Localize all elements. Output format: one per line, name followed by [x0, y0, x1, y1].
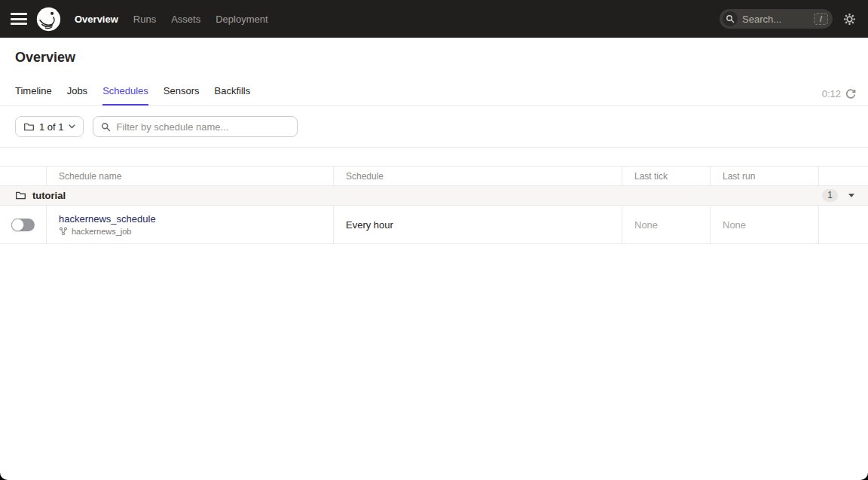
nav-item-deployment[interactable]: Deployment [215, 14, 267, 25]
tab-jobs[interactable]: Jobs [67, 81, 87, 105]
schedule-cron-value: Every hour [346, 219, 393, 231]
dagster-logo-icon[interactable] [36, 7, 61, 32]
tab-schedules[interactable]: Schedules [102, 81, 148, 105]
schedule-filter-input[interactable] [115, 121, 289, 133]
folder-icon [23, 121, 35, 133]
schedule-name-link[interactable]: hackernews_schedule [59, 213, 156, 225]
header-actions-column [819, 167, 868, 185]
menu-icon[interactable] [11, 13, 27, 25]
top-nav: Overview Runs Assets Deployment / [0, 0, 868, 38]
filter-toolbar: 1 of 1 [0, 106, 868, 148]
caret-down-icon [848, 194, 854, 197]
schedule-name-cell: hackernews_schedule hackernews_job [47, 206, 334, 243]
schedules-table: Schedule name Schedule Last tick Last ru… [0, 166, 868, 244]
last-tick-cell: None [622, 206, 711, 243]
group-name: tutorial [32, 190, 66, 201]
chevron-down-icon [69, 124, 75, 129]
group-collapse-button[interactable] [847, 192, 856, 199]
tab-timeline[interactable]: Timeline [15, 81, 52, 105]
code-location-selector[interactable]: 1 of 1 [15, 116, 84, 137]
spacer [0, 148, 868, 166]
folder-icon [15, 190, 26, 201]
last-run-value: None [723, 219, 746, 231]
header-schedule: Schedule [334, 167, 622, 185]
settings-button[interactable] [843, 13, 856, 26]
search-icon [723, 11, 738, 26]
code-location-selector-label: 1 of 1 [39, 121, 64, 133]
job-name-link[interactable]: hackernews_job [72, 227, 132, 236]
group-count-badge: 1 [822, 189, 838, 202]
header-last-tick: Last tick [622, 167, 711, 185]
table-header-row: Schedule name Schedule Last tick Last ru… [0, 167, 868, 186]
tab-backfills[interactable]: Backfills [215, 81, 251, 105]
actions-cell [819, 206, 868, 243]
search-icon [101, 122, 111, 132]
schedule-enabled-toggle[interactable] [11, 219, 35, 231]
page-title: Overview [15, 50, 868, 65]
search-input[interactable] [738, 14, 814, 25]
nav-item-runs[interactable]: Runs [133, 14, 156, 25]
auto-refresh-control: 0:12 [822, 88, 856, 105]
refresh-countdown: 0:12 [822, 88, 841, 99]
schedule-filter [93, 116, 298, 137]
tab-bar: Timeline Jobs Schedules Sensors Backfill… [0, 81, 868, 106]
job-line: hackernews_job [59, 227, 132, 236]
tab-sensors[interactable]: Sensors [164, 81, 200, 105]
header-schedule-name: Schedule name [47, 167, 334, 185]
search-shortcut-key: / [814, 13, 828, 25]
primary-nav: Overview Runs Assets Deployment [75, 14, 268, 25]
schedule-cron-cell: Every hour [334, 206, 622, 243]
refresh-icon[interactable] [845, 89, 856, 99]
header-last-run: Last run [711, 167, 819, 185]
nav-item-overview[interactable]: Overview [75, 14, 118, 25]
header-toggle-column [0, 167, 47, 185]
toggle-cell [0, 206, 47, 243]
nav-item-assets[interactable]: Assets [171, 14, 200, 25]
toggle-knob [11, 219, 24, 231]
last-tick-value: None [634, 219, 658, 231]
last-run-cell: None [711, 206, 819, 243]
nav-right-group: / [720, 9, 856, 29]
global-search[interactable]: / [720, 9, 833, 29]
gear-icon [843, 13, 856, 26]
dagster-app-window: Overview Runs Assets Deployment / [0, 0, 868, 480]
group-row-tutorial[interactable]: tutorial 1 [0, 186, 868, 206]
schedule-row: hackernews_schedule hackernews_job Every… [0, 206, 868, 244]
job-icon [59, 227, 68, 236]
group-row-right: 1 [822, 189, 856, 202]
